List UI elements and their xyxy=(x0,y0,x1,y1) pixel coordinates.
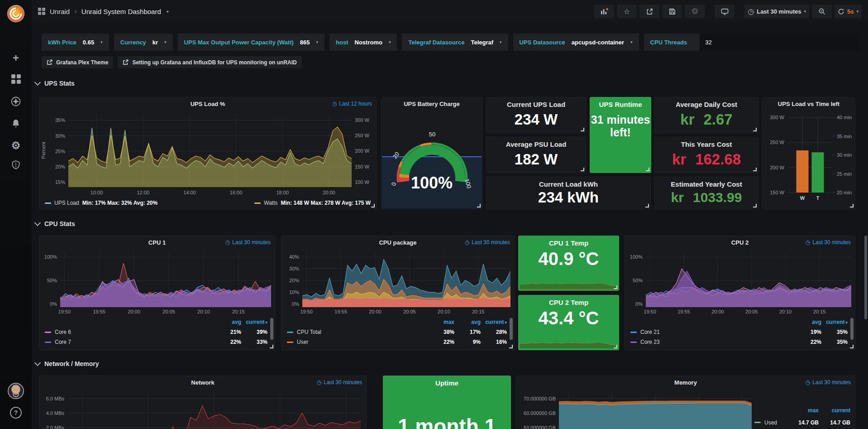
legend-sort-max[interactable]: max xyxy=(787,407,819,414)
row-header-cpu-stats[interactable]: CPU Stats xyxy=(35,220,75,227)
legend-item[interactable]: WattsMin: 148 W Max: 278 W Avg: 175 W xyxy=(254,200,371,206)
panel-cpu2: CPU 2 ◷Last 30 minutes 100%50%0%19:5019:… xyxy=(625,236,855,350)
server-admin-shield-icon[interactable] xyxy=(0,159,32,170)
row-header-network-memory[interactable]: Network / Memory xyxy=(35,360,99,367)
clock-icon: ◷ xyxy=(806,379,810,386)
cpu-threads-input[interactable] xyxy=(700,34,860,51)
panel-timerange[interactable]: ◷Last 30 minutes xyxy=(465,239,510,246)
panel-timerange[interactable]: ◷Last 12 hours xyxy=(332,101,372,107)
add-panel-button[interactable] xyxy=(594,5,614,18)
panel-title[interactable]: This Years Cost xyxy=(681,140,732,148)
legend-sort-avg[interactable]: avg xyxy=(454,319,481,325)
star-button[interactable]: ☆ xyxy=(617,5,637,18)
legend-item[interactable]: Core 2322%35% xyxy=(630,337,848,347)
variable-currency[interactable]: Currencykr▾ xyxy=(114,34,173,51)
breadcrumb: Unraid › Unraid System Dashboard ▾ xyxy=(38,7,169,16)
dashboard-settings-gear-icon[interactable]: ⚙ xyxy=(685,5,705,18)
panel-title[interactable]: Memory xyxy=(674,379,697,386)
legend-sort-current[interactable]: current▾ xyxy=(241,319,267,325)
legend-scrollbar[interactable] xyxy=(270,318,273,340)
variable-kwh-price[interactable]: kWh Price0.65▾ xyxy=(42,34,109,51)
panel-title[interactable]: CPU 2 xyxy=(731,239,749,246)
stat-value: kr162.68 xyxy=(672,148,741,173)
cycle-view-monitor-icon[interactable] xyxy=(715,5,734,18)
legend-scrollbar[interactable] xyxy=(850,318,854,340)
zoom-out-button[interactable] xyxy=(812,5,832,18)
svg-text:19:50: 19:50 xyxy=(58,309,71,314)
panel-title[interactable]: Average Daily Cost xyxy=(676,101,737,108)
row-header-ups-stats[interactable]: UPS Stats xyxy=(35,80,75,87)
caret-down-icon: ▾ xyxy=(630,40,633,44)
panel-memory: Memory ◷Last 30 minutes 70.000000 GB60.0… xyxy=(516,376,855,429)
legend-sort-max[interactable]: max xyxy=(428,319,454,325)
link-ups-monitoring-guide[interactable]: Setting up Grafana and InfluxDB for UPS … xyxy=(118,56,301,68)
panel-title[interactable]: CPU 1 xyxy=(148,239,166,246)
variable-ups-max-output[interactable]: UPS Max Output Power Capacity (Watt)865▾ xyxy=(178,34,324,51)
panel-title[interactable]: CPU 2 Temp xyxy=(549,299,588,306)
legend-sort-current[interactable]: current▾ xyxy=(821,319,848,325)
panel-title[interactable]: UPS Load vs Time left xyxy=(778,101,839,107)
gauge-value: 100% xyxy=(382,174,482,193)
caret-down-icon[interactable]: ▾ xyxy=(167,9,169,14)
svg-text:Percent: Percent xyxy=(41,142,46,159)
legend-sort-current[interactable]: current▾ xyxy=(481,319,507,325)
legend-sort-avg[interactable]: avg xyxy=(795,319,821,325)
panel-title[interactable]: UPS Load % xyxy=(191,101,225,107)
panel-title[interactable]: Estimated Yearly Cost xyxy=(671,180,742,188)
configuration-gear-icon[interactable]: ⚙ xyxy=(0,140,32,151)
save-button[interactable] xyxy=(662,5,682,18)
stat-value: kr2.67 xyxy=(680,108,732,133)
time-range-picker[interactable]: ◷ Last 30 minutes ▾ xyxy=(744,5,809,18)
svg-text:20:05: 20:05 xyxy=(745,309,758,314)
dashboards-icon[interactable] xyxy=(0,74,32,84)
user-avatar[interactable] xyxy=(0,383,32,399)
alerting-bell-icon[interactable] xyxy=(0,118,32,129)
variable-telegraf-datasource[interactable]: Telegraf DatasourceTelegraf▾ xyxy=(402,34,508,51)
variable-host[interactable]: hostNostromo▾ xyxy=(329,34,397,51)
panel-timerange[interactable]: ◷Last 30 minutes xyxy=(806,379,851,386)
legend-scrollbar[interactable] xyxy=(510,318,513,340)
page-scrollbar[interactable] xyxy=(864,236,867,319)
legend-item[interactable]: User22%9%16% xyxy=(287,337,507,347)
variable-ups-datasource[interactable]: UPS Datasourceapcupsd-container▾ xyxy=(513,34,639,51)
legend-item[interactable]: Used14.7 GB14.7 GB xyxy=(754,416,850,429)
legend-item[interactable]: Core 2119%35% xyxy=(630,327,848,337)
panel-timerange[interactable]: ◷Last 30 minutes xyxy=(317,379,362,386)
legend: avgcurrent▾Core 621%39%Core 722%33% xyxy=(39,316,275,347)
legend-item[interactable]: Core 621%39% xyxy=(45,327,267,337)
stat-value: 43.4 °C xyxy=(539,308,599,328)
panel-title[interactable]: CPU 1 Temp xyxy=(549,239,588,247)
svg-text:20:10: 20:10 xyxy=(197,309,210,314)
create-icon[interactable]: + xyxy=(0,53,32,63)
chevron-down-icon xyxy=(34,359,41,366)
svg-text:60.000000 GB: 60.000000 GB xyxy=(524,410,556,416)
panel-title[interactable]: Network xyxy=(191,379,214,386)
panel-timerange[interactable]: ◷Last 30 minutes xyxy=(225,239,271,246)
help-icon[interactable]: ? xyxy=(0,407,32,419)
dashboard-title[interactable]: Unraid System Dashboard xyxy=(81,8,161,15)
legend-item[interactable]: Core 722%33% xyxy=(45,337,267,347)
panel-title[interactable]: CPU package xyxy=(379,239,416,246)
panel-title[interactable]: Current UPS Load xyxy=(507,101,565,108)
refresh-interval[interactable]: 5s xyxy=(847,8,854,15)
panel-title[interactable]: Average PSU Load xyxy=(506,140,567,148)
legend-sort-avg[interactable]: avg xyxy=(215,319,241,325)
link-grafana-plex-theme[interactable]: Grafana Plex Theme xyxy=(42,56,113,68)
legend-sort-current[interactable]: current xyxy=(819,407,850,414)
panel-timerange[interactable]: ◷Last 30 minutes xyxy=(806,239,851,246)
panel-title[interactable]: Current Load kWh xyxy=(539,180,598,188)
panel-title[interactable]: UPS Battery Charge xyxy=(404,101,460,107)
legend: UPS LoadMin: 17% Max: 32% Avg: 20%WattsM… xyxy=(39,197,376,209)
explore-compass-icon[interactable] xyxy=(0,96,32,107)
sidebar: + ⚙ ? xyxy=(0,0,32,429)
panel-title[interactable]: Uptime xyxy=(435,379,458,387)
refresh-button[interactable]: 5s ▾ xyxy=(835,5,862,18)
panel-title[interactable]: UPS Runtime xyxy=(599,101,642,108)
grafana-logo[interactable] xyxy=(0,4,32,24)
breadcrumb-folder[interactable]: Unraid xyxy=(50,8,70,15)
svg-text:20:10: 20:10 xyxy=(779,309,792,314)
legend-item[interactable]: CPU Total38%17%28% xyxy=(287,327,507,337)
cpu2-chart: 100%50%0%19:5019:5520:0020:0520:1020:15 xyxy=(625,249,855,316)
legend-item[interactable]: UPS LoadMin: 17% Max: 32% Avg: 20% xyxy=(45,200,157,206)
share-button[interactable] xyxy=(639,5,659,18)
